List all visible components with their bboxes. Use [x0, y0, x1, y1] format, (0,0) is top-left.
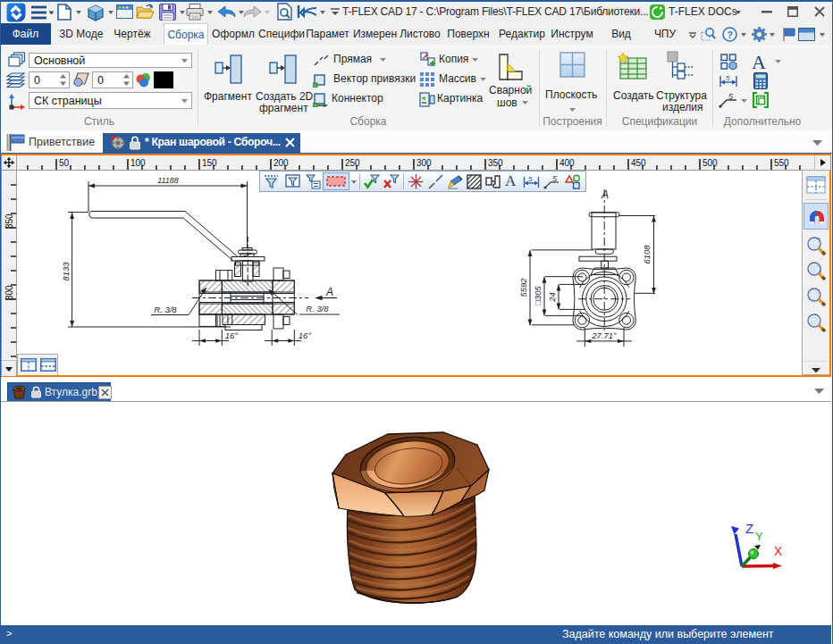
- svg-text:400: 400: [560, 158, 575, 168]
- svg-text:8133: 8133: [61, 262, 71, 281]
- svg-text:250: 250: [345, 158, 360, 168]
- svg-text:200: 200: [273, 158, 289, 168]
- svg-text:50: 50: [59, 158, 70, 168]
- svg-text:16°: 16°: [299, 330, 312, 340]
- svg-text:5: 5: [528, 175, 533, 183]
- svg-text:11188: 11188: [157, 176, 179, 185]
- svg-text:100: 100: [130, 158, 146, 168]
- svg-text:Z: Z: [745, 521, 753, 536]
- svg-text:350: 350: [4, 213, 14, 229]
- svg-text:550: 550: [774, 158, 789, 168]
- svg-text:150: 150: [202, 158, 217, 168]
- svg-text:X: X: [774, 544, 783, 558]
- svg-text:300: 300: [4, 285, 14, 300]
- svg-text:?: ?: [727, 29, 733, 40]
- svg-text:R. 3/8: R. 3/8: [306, 304, 329, 314]
- svg-text:500: 500: [703, 158, 718, 168]
- svg-text:5: 5: [726, 74, 730, 82]
- svg-text:27.71°: 27.71°: [591, 330, 617, 340]
- svg-text:350: 350: [488, 158, 503, 168]
- svg-text:450: 450: [631, 158, 646, 168]
- svg-text:300: 300: [416, 158, 432, 168]
- svg-text:A: A: [325, 286, 333, 298]
- svg-text:R. 3/8: R. 3/8: [154, 305, 177, 314]
- svg-text:5592: 5592: [518, 278, 528, 297]
- svg-text:16°: 16°: [225, 330, 239, 340]
- svg-text:24: 24: [547, 292, 557, 303]
- svg-text:□305: □305: [533, 285, 543, 305]
- svg-text:6108: 6108: [642, 245, 652, 264]
- svg-text:Y: Y: [755, 530, 763, 543]
- svg-text:5: 5: [552, 174, 558, 183]
